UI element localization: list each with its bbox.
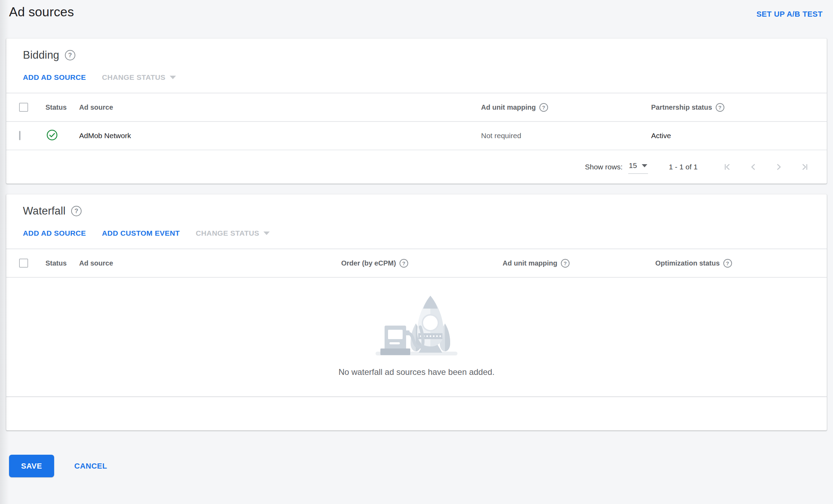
waterfall-ad-unit-mapping-help-icon[interactable]: ? (561, 259, 570, 268)
partnership-status-help-icon[interactable]: ? (716, 103, 724, 112)
rocket-refueling-illustration (375, 293, 458, 359)
page-title: Ad sources (9, 5, 74, 19)
bidding-pagination: Show rows: 15 1 - 1 of 1 (6, 150, 827, 184)
chevron-down-icon (642, 164, 647, 167)
bidding-actions: ADD AD SOURCE CHANGE STATUS (23, 73, 810, 93)
waterfall-table-footer (6, 397, 827, 430)
first-page-icon[interactable] (723, 162, 732, 172)
next-page-icon[interactable] (774, 162, 784, 172)
waterfall-empty-message: No waterfall ad sources have been added. (6, 367, 827, 377)
waterfall-col-ad-unit-mapping: Ad unit mapping (503, 259, 557, 267)
bidding-table-row-admob-network[interactable]: AdMob Network Not required Active (6, 122, 827, 150)
bidding-title: Bidding (23, 49, 59, 61)
waterfall-help-icon[interactable]: ? (71, 206, 82, 216)
waterfall-card: Waterfall ? ADD AD SOURCE ADD CUSTOM EVE… (6, 194, 827, 430)
waterfall-col-optimization-status: Optimization status (655, 259, 720, 267)
waterfall-card-header: Waterfall ? ADD AD SOURCE ADD CUSTOM EVE… (6, 194, 827, 249)
cancel-button[interactable]: CANCEL (74, 462, 107, 471)
show-rows-label: Show rows: (585, 163, 623, 171)
bidding-change-status-label: CHANGE STATUS (102, 73, 166, 82)
set-up-ab-test-button[interactable]: SET UP A/B TEST (756, 10, 823, 19)
bidding-help-icon[interactable]: ? (65, 50, 75, 60)
ad-unit-mapping-help-icon[interactable]: ? (539, 103, 548, 112)
cell-ad-source: AdMob Network (79, 132, 481, 140)
waterfall-empty-state: No waterfall ad sources have been added. (6, 278, 827, 397)
chevron-down-icon (170, 76, 176, 79)
bidding-add-ad-source-button[interactable]: ADD AD SOURCE (23, 73, 86, 82)
chevron-down-icon (263, 232, 270, 235)
row-checkbox[interactable] (19, 131, 20, 140)
bidding-card: Bidding ? ADD AD SOURCE CHANGE STATUS St… (6, 39, 827, 184)
status-active-check-icon (46, 129, 58, 141)
waterfall-table-header: Status Ad source Order (by eCPM) ? Ad un… (6, 249, 827, 278)
waterfall-title: Waterfall (23, 205, 66, 217)
bidding-col-partnership-status: Partnership status (651, 103, 712, 111)
bidding-col-ad-source: Ad source (79, 103, 481, 111)
waterfall-col-order: Order (by eCPM) (341, 259, 396, 267)
top-bar: Ad sources SET UP A/B TEST (0, 0, 833, 31)
cell-ad-unit-mapping: Not required (481, 132, 651, 140)
previous-page-icon[interactable] (748, 162, 758, 172)
bidding-card-header: Bidding ? ADD AD SOURCE CHANGE STATUS (6, 39, 827, 93)
footer-actions: SAVE CANCEL (9, 455, 833, 477)
bidding-table-header: Status Ad source Ad unit mapping ? Partn… (6, 93, 827, 122)
waterfall-change-status-label: CHANGE STATUS (196, 229, 259, 237)
waterfall-col-ad-source: Ad source (79, 259, 341, 267)
bidding-select-all-checkbox[interactable] (19, 103, 28, 112)
bidding-col-ad-unit-mapping: Ad unit mapping (481, 103, 536, 111)
rows-per-page-select[interactable]: 15 (628, 160, 648, 174)
cell-partnership-status: Active (651, 132, 813, 140)
bidding-change-status-button[interactable]: CHANGE STATUS (102, 73, 176, 82)
pagination-range: 1 - 1 of 1 (669, 163, 698, 171)
waterfall-select-all-checkbox[interactable] (19, 259, 28, 268)
rows-per-page-value: 15 (629, 161, 637, 170)
waterfall-col-status: Status (45, 259, 79, 267)
waterfall-add-custom-event-button[interactable]: ADD CUSTOM EVENT (102, 229, 180, 237)
waterfall-change-status-button[interactable]: CHANGE STATUS (196, 229, 270, 237)
last-page-icon[interactable] (800, 162, 809, 172)
order-ecpm-help-icon[interactable]: ? (399, 259, 408, 268)
waterfall-add-ad-source-button[interactable]: ADD AD SOURCE (23, 229, 86, 237)
bidding-col-status: Status (45, 103, 79, 111)
save-button[interactable]: SAVE (9, 455, 54, 477)
optimization-status-help-icon[interactable]: ? (723, 259, 732, 268)
waterfall-actions: ADD AD SOURCE ADD CUSTOM EVENT CHANGE ST… (23, 229, 810, 249)
